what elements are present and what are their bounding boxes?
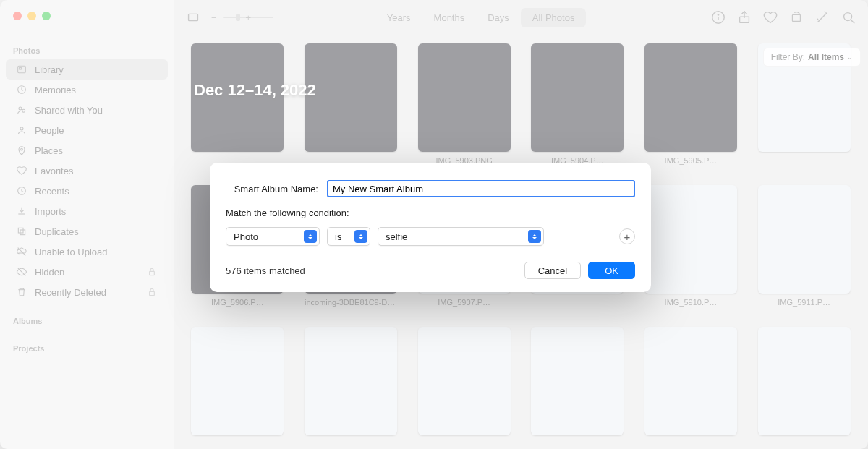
smart-album-name-label: Smart Album Name: — [226, 184, 318, 194]
condition-value-select[interactable]: selfie — [378, 227, 544, 246]
select-caret-icon — [528, 230, 541, 243]
smart-album-dialog: Smart Album Name: Match the following co… — [210, 163, 651, 292]
add-condition-button[interactable]: + — [619, 228, 635, 244]
condition-operator-select[interactable]: is — [327, 227, 370, 246]
match-condition-label: Match the following condition: — [226, 208, 635, 218]
condition-row: Photo is selfie + — [226, 227, 635, 246]
condition-operator-value: is — [335, 231, 341, 242]
condition-field-value: Photo — [234, 231, 258, 242]
ok-button[interactable]: OK — [588, 262, 635, 279]
condition-value-text: selfie — [386, 231, 407, 242]
smart-album-name-input[interactable] — [327, 180, 635, 197]
select-caret-icon — [304, 230, 317, 243]
cancel-button[interactable]: Cancel — [524, 262, 581, 279]
select-caret-icon — [354, 230, 367, 243]
photos-app-window: Photos LibraryMemoriesShared with YouPeo… — [0, 0, 868, 449]
items-matched-label: 576 items matched — [226, 265, 305, 276]
condition-field-select[interactable]: Photo — [226, 227, 320, 246]
